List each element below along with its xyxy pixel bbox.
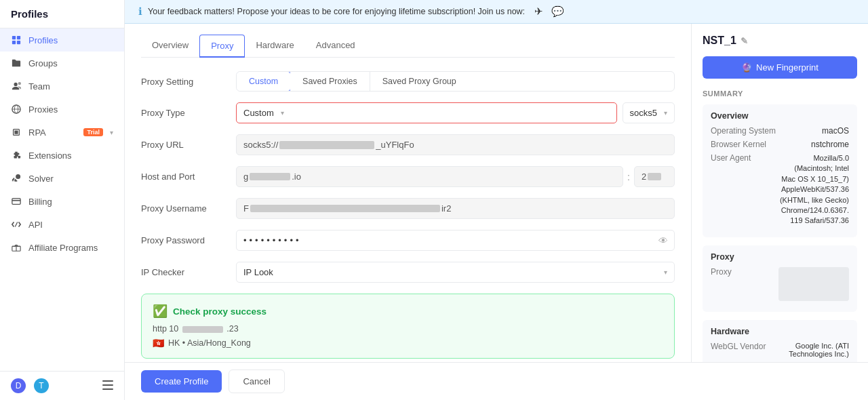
proxy-setting-group-btn[interactable]: Saved Proxy Group [370,72,469,91]
cancel-button[interactable]: Cancel [229,369,284,393]
username-suffix: ir2 [441,203,451,214]
proxy-type-select[interactable]: Custom ▾ [236,102,617,123]
proxy-password-label: Proxy Password [141,235,236,245]
proxy-protocol-chevron-icon: ▾ [664,109,667,117]
username-prefix: F [243,203,249,214]
ip-checker-select[interactable]: IP Look ▾ [236,262,675,283]
check-circle-icon: ✅ [153,304,167,319]
summary-kernel-key: Browser Kernel [711,140,778,149]
sidebar-item-rpa[interactable]: RPA Trial ▾ [0,121,124,144]
sidebar-item-billing[interactable]: Billing [0,190,124,213]
rpa-trial-badge: Trial [83,128,103,136]
summary-overview-title: Overview [711,111,849,121]
flag-location-row: 🇭🇰 HK • Asia/Hong_Kong [153,338,663,348]
sidebar-item-groups-label: Groups [28,58,113,68]
summary-kernel-row: Browser Kernel nstchrome [711,140,849,149]
proxy-setting-control: Custom Saved Proxies Saved Proxy Group [236,71,675,92]
proxy-url-label: Proxy URL [141,140,236,150]
summary-proxy-row: Proxy [711,267,849,301]
sidebar-item-extensions-label: Extensions [28,151,113,161]
svg-rect-3 [17,41,20,44]
notification-text: Your feedback matters! Propose your idea… [148,7,525,16]
cpu-icon [11,127,22,138]
proxy-url-suffix: _uYFlqFo [376,140,414,150]
host-prefix: g [243,172,248,182]
globe-icon [11,104,22,115]
tab-overview[interactable]: Overview [141,35,199,58]
sidebar-item-proxies-label: Proxies [28,104,113,115]
tab-hardware[interactable]: Hardware [245,35,304,58]
svg-rect-16 [102,384,113,386]
summary-webgl-vendor-key: WebGL Vendor [711,342,778,351]
proxy-type-row: Proxy Type Custom ▾ socks5 ▾ [141,102,675,123]
gift-icon [11,242,22,253]
sidebar-item-profiles[interactable]: Profiles [0,28,124,52]
summary-webgl-vendor-val: Google Inc. (ATI Technologies Inc.) [778,342,849,358]
proxy-success-url: http 10 .23 [153,324,663,334]
users-icon [11,81,22,92]
sidebar-item-solver[interactable]: Solver [0,167,124,190]
sidebar-item-api[interactable]: API [0,213,124,236]
proxy-protocol-select[interactable]: socks5 ▾ [623,102,675,123]
proxy-success-title: Check proxy success [173,306,267,317]
ip-checker-control: IP Look ▾ [236,262,675,283]
tab-proxy[interactable]: Proxy [199,35,245,58]
create-profile-button[interactable]: Create Profile [141,370,222,393]
summary-title: SUMMARY [703,89,857,98]
eye-icon[interactable]: 👁 [658,235,668,246]
proxy-url-prefix: socks5:// [243,140,278,150]
proxy-url-text-suffix: .23 [226,324,238,334]
content-area: Overview Proxy Hardware Advanced Proxy S… [125,24,868,362]
proxy-success-header: ✅ Check proxy success [153,304,663,319]
sidebar-item-solver-label: Solver [28,174,113,184]
svg-rect-9 [12,199,20,205]
sidebar-title: Profiles [0,0,124,28]
sidebar-item-team[interactable]: Team [0,75,124,98]
sidebar-footer: D T [0,371,124,400]
profile-title-row: NST_1 ✎ [703,35,857,47]
port-prefix: 2 [642,172,646,182]
hk-flag-icon: 🇭🇰 [153,338,164,348]
proxy-protocol-value: socks5 [630,108,657,118]
discord-icon[interactable]: D [11,378,26,393]
new-fingerprint-button[interactable]: 🔮 New Fingerprint [703,56,857,79]
proxy-setting-saved-btn[interactable]: Saved Proxies [290,72,370,91]
proxy-setting-group: Custom Saved Proxies Saved Proxy Group [236,71,675,92]
proxy-type-label: Proxy Type [141,108,236,118]
profile-name: NST_1 [703,35,736,47]
summary-ua-row: User Agent Mozilla/5.0 (Macintosh; Intel… [711,153,849,226]
sidebar-item-extensions[interactable]: Extensions [0,144,124,167]
ip-checker-chevron-icon: ▾ [664,268,667,276]
telegram-icon[interactable]: T [34,378,49,393]
proxy-url-blurred-1 [279,141,374,149]
tab-advanced[interactable]: Advanced [305,35,366,58]
telegram-notif-icon[interactable]: ✈ [534,5,543,18]
menu-lines-icon[interactable] [102,380,113,392]
summary-proxy-key: Proxy [711,267,778,277]
host-port-row: Host and Port g .io : 2 [141,166,675,187]
proxy-password-input[interactable] [236,230,675,251]
sidebar-item-team-label: Team [28,81,113,92]
proxy-url-row: Proxy URL socks5:// _uYFlqFo [141,134,675,155]
discord-notif-icon[interactable]: 💬 [551,5,564,18]
proxy-setting-custom-btn[interactable]: Custom [236,71,291,92]
proxy-type-control: Custom ▾ socks5 ▾ [236,102,675,123]
proxy-url-input[interactable]: socks5:// _uYFlqFo [236,134,675,155]
sidebar-item-rpa-label: RPA [28,127,77,138]
port-input[interactable]: 2 [634,166,675,187]
sidebar-item-groups[interactable]: Groups [0,52,124,75]
proxy-image-placeholder [778,267,849,301]
key-icon [11,173,22,184]
sidebar-item-proxies[interactable]: Proxies [0,98,124,121]
sidebar-item-affiliate[interactable]: Affiliate Programs [0,236,124,259]
host-suffix: .io [292,172,301,182]
host-port-label: Host and Port [141,172,236,182]
proxy-username-input[interactable]: F ir2 [236,198,675,219]
grid-icon [11,35,22,45]
summary-ua-val: Mozilla/5.0 (Macintosh; Intel Mac OS X 1… [778,153,849,226]
svg-rect-0 [12,36,16,39]
edit-icon[interactable]: ✎ [741,36,748,46]
host-input[interactable]: g .io [236,166,623,187]
ip-checker-row: IP Checker IP Look ▾ [141,262,675,283]
proxy-password-row: Proxy Password 👁 [141,230,675,251]
